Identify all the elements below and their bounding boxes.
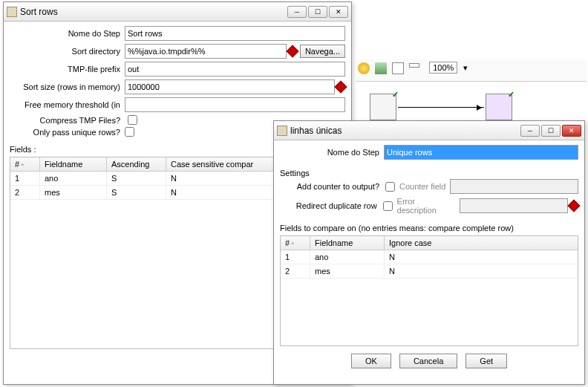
compress-label: Compress TMP Files? (10, 116, 125, 125)
free-mem-label: Free memory threshold (in (10, 100, 125, 109)
step-node-unique[interactable] (486, 94, 512, 120)
step-node-sort[interactable] (370, 94, 396, 120)
sort-size-label: Sort size (rows in memory) (10, 82, 125, 91)
maximize-button[interactable]: ☐ (541, 125, 561, 137)
close-button[interactable]: ✕ (562, 125, 581, 137)
cell: 1 (281, 250, 310, 264)
tmp-prefix-label: TMP-file prefix (10, 65, 125, 74)
variable-icon[interactable] (568, 200, 581, 212)
redirect-label: Redirect duplicate row (280, 201, 382, 210)
browse-button[interactable]: Navega... (300, 45, 345, 58)
fields-compare-label: Fields to compare on (no entries means: … (274, 222, 584, 234)
window-title: Sort rows (20, 7, 287, 17)
sort-dir-input[interactable] (125, 44, 287, 59)
unique-label: Only pass unique rows? (10, 128, 125, 137)
examine-icon[interactable] (375, 62, 387, 74)
cell[interactable]: ano (40, 172, 107, 185)
cell[interactable]: S (107, 172, 166, 185)
sort-size-input[interactable] (125, 79, 335, 94)
ok-button[interactable]: OK (351, 354, 391, 368)
add-counter-label: Add counter to output? (280, 182, 384, 191)
cell: 2 (281, 264, 310, 278)
cell[interactable]: mes (310, 264, 385, 278)
variable-icon[interactable] (286, 45, 298, 58)
error-desc-label: Error description (397, 197, 456, 215)
cell[interactable]: S (107, 186, 166, 199)
maximize-button[interactable]: ☐ (308, 6, 327, 18)
window-icon (277, 126, 287, 136)
counter-field-input (450, 179, 578, 194)
titlebar[interactable]: Sort rows ─ ☐ ✕ (4, 2, 351, 22)
counter-field-label: Counter field (399, 182, 445, 191)
align-icon[interactable] (409, 63, 419, 68)
col-header-index[interactable]: # (285, 238, 290, 247)
table-row[interactable]: 1 ano N (281, 250, 578, 264)
window-title: linhas únicas (290, 126, 520, 136)
tmp-prefix-input[interactable] (125, 62, 345, 77)
compare-grid[interactable]: #^ Fieldname Ignore case 1 ano N 2 mes N (280, 235, 578, 346)
unique-checkbox[interactable] (125, 127, 134, 137)
table-row[interactable]: 2 mes N (281, 264, 578, 279)
titlebar[interactable]: linhas únicas ─ ☐ ✕ (274, 121, 584, 140)
variable-icon[interactable] (335, 81, 347, 94)
cell[interactable]: mes (40, 186, 107, 199)
sort-dir-label: Sort directory (10, 47, 125, 56)
db-icon[interactable] (358, 62, 370, 74)
add-counter-checkbox[interactable] (385, 182, 395, 192)
canvas-toolbar: 100% ▾ (356, 59, 587, 82)
redirect-checkbox[interactable] (383, 201, 393, 211)
step-name-label: Nome do Step (280, 148, 384, 157)
zoom-dropdown-icon[interactable]: ▾ (460, 63, 471, 73)
cell[interactable]: ano (310, 250, 385, 264)
step-name-label: Nome do Step (10, 29, 125, 38)
col-header-ascending[interactable]: Ascending (107, 157, 166, 171)
col-header-fieldname[interactable]: Fieldname (40, 157, 107, 171)
sort-caret-icon: ^ (21, 162, 24, 169)
cell[interactable]: N (385, 264, 578, 278)
minimize-button[interactable]: ─ (520, 125, 540, 137)
hop-arrow[interactable] (398, 107, 484, 108)
settings-label: Settings (274, 167, 584, 179)
minimize-button[interactable]: ─ (287, 6, 307, 18)
col-header-ignorecase[interactable]: Ignore case (385, 236, 578, 250)
cell: 2 (10, 186, 40, 199)
zoom-value[interactable]: 100% (429, 62, 457, 74)
cell: 1 (10, 172, 40, 185)
step-name-input[interactable] (125, 26, 345, 41)
col-header-index[interactable]: # (15, 160, 19, 169)
compress-checkbox[interactable] (128, 115, 137, 125)
window-icon (7, 7, 17, 17)
cancel-button[interactable]: Cancela (399, 354, 457, 368)
close-button[interactable]: ✕ (329, 6, 348, 18)
free-mem-input[interactable] (125, 97, 345, 112)
error-desc-input (460, 198, 568, 213)
get-button[interactable]: Get (466, 354, 507, 368)
cell[interactable]: N (385, 250, 578, 264)
sql-icon[interactable] (392, 62, 404, 74)
step-name-input[interactable] (384, 145, 578, 160)
col-header-fieldname[interactable]: Fieldname (310, 236, 385, 250)
unique-rows-dialog: linhas únicas ─ ☐ ✕ Nome do Step Setting… (273, 120, 585, 385)
sort-caret-icon: ^ (291, 241, 294, 247)
